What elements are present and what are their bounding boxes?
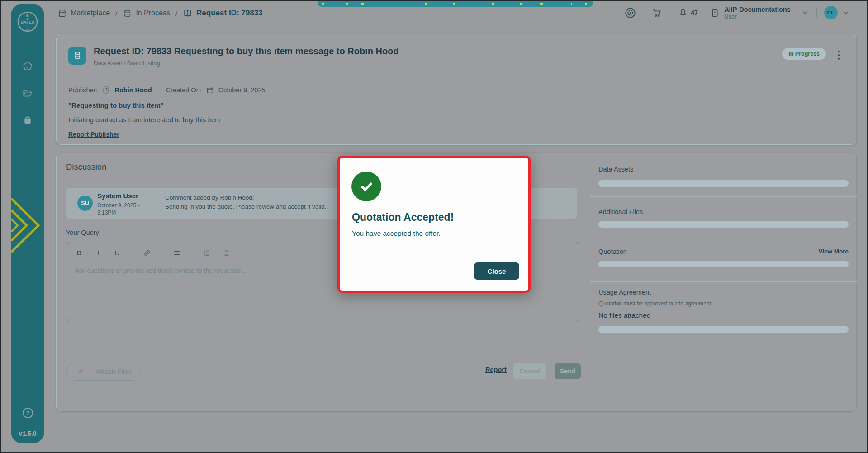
- app-version: v1.5.0: [11, 430, 44, 437]
- align-icon[interactable]: [171, 248, 182, 258]
- user-menu[interactable]: CE: [824, 6, 850, 19]
- shop-icon: [57, 9, 67, 18]
- request-summary-card: Request ID: 79833 Requesting to buy this…: [56, 34, 856, 145]
- discussion-heading: Discussion: [66, 162, 106, 172]
- strip-mark: [346, 3, 348, 5]
- report-link[interactable]: Report: [485, 366, 507, 373]
- account-switcher[interactable]: AIIP-Documentations User: [710, 6, 809, 20]
- breadcrumb-in-process[interactable]: In Process: [123, 9, 170, 18]
- cart-icon[interactable]: [651, 7, 663, 19]
- left-sidebar: BAYER B A E R: [11, 4, 44, 443]
- help-icon[interactable]: ?: [23, 408, 33, 418]
- status-badge: In Progress: [782, 48, 826, 60]
- publisher-label: Publisher:: [68, 86, 97, 94]
- strip-mark: [492, 3, 494, 5]
- underline-button[interactable]: U: [112, 248, 123, 258]
- svg-text:A: A: [26, 17, 29, 21]
- sidebar-folder-icon[interactable]: [22, 87, 33, 99]
- modal-title: Quotation Accepted!: [352, 211, 454, 224]
- request-quote: "Requesting to buy this item": [68, 101, 164, 109]
- your-query-label: Your Query: [66, 229, 99, 236]
- page-title: Request ID: 79833 Requesting to buy this…: [94, 46, 399, 57]
- breadcrumb-request-id: Request ID: 79833: [183, 8, 262, 18]
- cancel-button[interactable]: Cancel: [513, 363, 546, 379]
- chevron-down-icon: [801, 9, 809, 17]
- topbar-actions: 47 AIIP-Documentations User CE: [624, 5, 850, 21]
- panel-divider: [590, 153, 590, 412]
- strip-mark: [571, 3, 572, 5]
- breadcrumb-separator: /: [175, 10, 178, 17]
- calendar-icon: [206, 86, 214, 95]
- modal-message: You have accepted the offer.: [352, 229, 441, 238]
- notification-count: 47: [691, 9, 698, 16]
- more-options-kebab-icon[interactable]: [837, 50, 840, 61]
- success-check-icon: [351, 172, 381, 201]
- comment-avatar: SU: [77, 196, 93, 211]
- request-subtitle: Data Asset / Basic Listing: [94, 60, 160, 67]
- created-date: October 9, 2025: [218, 86, 266, 94]
- comment-timestamp: October 9, 2025 - 3:13PM: [97, 202, 139, 216]
- divider: [644, 8, 644, 18]
- top-overlay-strip: [318, 1, 593, 7]
- publisher-org-icon: [101, 86, 110, 95]
- divider: [590, 281, 857, 282]
- strip-mark: [585, 3, 587, 5]
- divider: [159, 86, 159, 94]
- divider: [90, 367, 90, 376]
- chevron-down-icon: [842, 9, 850, 17]
- data-assets-skeleton: [598, 180, 849, 187]
- created-on-label: Created On:: [166, 86, 202, 94]
- editor-placeholder: Ask questions or provide additional cont…: [75, 267, 246, 274]
- bullet-list-icon[interactable]: [220, 248, 231, 258]
- sidebar-home-icon[interactable]: [22, 60, 33, 72]
- svg-text:3: 3: [204, 253, 205, 256]
- bell-icon: [678, 7, 688, 18]
- italic-button[interactable]: I: [93, 248, 104, 258]
- ordered-list-icon[interactable]: 1 2 3: [201, 248, 212, 258]
- request-description: Initiating contact as I am interested to…: [68, 116, 221, 124]
- divider: [590, 343, 857, 343]
- bold-button[interactable]: B: [74, 248, 85, 258]
- close-button[interactable]: Close: [474, 262, 519, 280]
- paperclip-icon: [76, 367, 85, 376]
- app-window: BAYER B A E R: [0, 0, 868, 453]
- strip-mark: [520, 3, 522, 5]
- strip-mark: [453, 3, 455, 5]
- book-icon: [183, 8, 193, 18]
- publisher-name: Robin Hood: [114, 86, 152, 94]
- breadcrumb-marketplace[interactable]: Marketplace: [57, 9, 110, 18]
- settings-gear-icon[interactable]: [624, 7, 636, 19]
- divider: [670, 8, 670, 18]
- avatar: CE: [824, 6, 838, 19]
- data-asset-icon: [68, 47, 86, 65]
- strip-mark: [540, 3, 543, 5]
- notifications-button[interactable]: 47: [678, 7, 698, 18]
- report-publisher-link[interactable]: Report Publisher: [68, 131, 119, 138]
- breadcrumb-separator: /: [114, 10, 118, 17]
- breadcrumb: Marketplace / In Process / Request ID: 7…: [57, 7, 263, 19]
- send-button[interactable]: Send: [555, 363, 581, 379]
- link-icon[interactable]: [142, 248, 152, 258]
- bayer-logo: BAYER B A E R: [17, 11, 38, 33]
- strip-mark: [361, 3, 364, 5]
- additional-files-skeleton: [598, 221, 849, 228]
- strip-mark: [322, 3, 324, 5]
- publisher-row: Publisher: Robin Hood Created On:: [68, 86, 266, 95]
- account-name: AIIP-Documentations: [724, 6, 791, 13]
- strip-mark: [425, 3, 427, 5]
- additional-files-label: Additional Files: [598, 208, 643, 215]
- no-files-attached-text: No files attached: [598, 311, 650, 319]
- editor-toolbar: B I U: [74, 248, 231, 258]
- svg-text:R: R: [26, 28, 29, 32]
- divider: [816, 8, 817, 18]
- view-more-link[interactable]: View More: [786, 248, 849, 255]
- account-role: User: [724, 13, 791, 20]
- quotation-skeleton: [598, 261, 849, 267]
- comment-author: System User: [97, 192, 138, 200]
- quotation-accepted-modal: Quotation Accepted! You have accepted th…: [337, 156, 531, 293]
- data-assets-label: Data Assets: [598, 166, 633, 173]
- usage-agreement-label: Usage Agreement: [598, 289, 651, 296]
- sidebar-marketplace-bag-icon[interactable]: [22, 114, 33, 126]
- attach-files-button[interactable]: Attach Files: [66, 362, 141, 381]
- divider: [590, 196, 857, 197]
